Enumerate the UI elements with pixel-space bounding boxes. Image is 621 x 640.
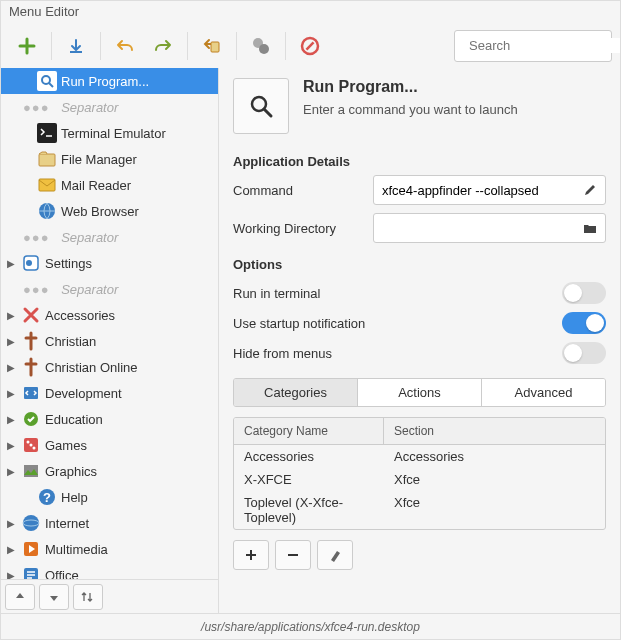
svg-point-16 (26, 260, 32, 266)
search-icon (37, 71, 57, 91)
table-row[interactable]: Toplevel (X-Xfce-Toplevel)Xfce (234, 491, 605, 529)
tree-item-label: Development (45, 386, 122, 401)
separator-label: Separator (61, 230, 118, 245)
th-section[interactable]: Section (384, 418, 444, 444)
category-add-button[interactable] (233, 540, 269, 570)
table-row[interactable]: AccessoriesAccessories (234, 445, 605, 468)
tree-item-label: Education (45, 412, 103, 427)
tree-category[interactable]: ▶Education (1, 406, 218, 432)
tree-category[interactable]: ▶Internet (1, 510, 218, 536)
details-tabs: Categories Actions Advanced (233, 378, 606, 407)
command-input[interactable] (382, 183, 583, 198)
search-input[interactable] (469, 38, 621, 53)
svg-rect-28 (24, 542, 38, 556)
tree-category[interactable]: ▶Christian (1, 328, 218, 354)
expand-icon: ▶ (7, 518, 17, 529)
cell-section: Accessories (394, 449, 464, 464)
cell-category-name: X-XFCE (244, 472, 394, 487)
tree-category[interactable]: ▶Development (1, 380, 218, 406)
tab-advanced[interactable]: Advanced (482, 379, 605, 406)
svg-point-9 (42, 76, 50, 84)
svg-point-2 (253, 38, 263, 48)
tree-item-label: Mail Reader (61, 178, 131, 193)
redo-button[interactable] (145, 28, 181, 64)
tree-item[interactable]: ?Help (1, 484, 218, 510)
revert-button[interactable] (194, 28, 230, 64)
tree-category[interactable]: ▶Games (1, 432, 218, 458)
category-clear-button[interactable] (317, 540, 353, 570)
tree-item-label: Office (45, 568, 79, 580)
tree-item-label: Web Browser (61, 204, 139, 219)
move-up-button[interactable] (5, 584, 35, 610)
cell-category-name: Accessories (244, 449, 394, 464)
execute-button[interactable] (243, 28, 279, 64)
category-remove-button[interactable] (275, 540, 311, 570)
tree-separator[interactable]: ●●● Separator (1, 224, 218, 250)
expand-icon: ▶ (7, 414, 17, 425)
sort-button[interactable] (73, 584, 103, 610)
folder-icon (583, 221, 597, 235)
tree-item-label: Christian Online (45, 360, 138, 375)
delete-button[interactable] (292, 28, 328, 64)
tree-category[interactable]: ▶Settings (1, 250, 218, 276)
tree-item[interactable]: Run Program... (1, 68, 218, 94)
launcher-icon-button[interactable] (233, 78, 289, 134)
add-button[interactable] (9, 28, 45, 64)
svg-rect-23 (24, 465, 38, 477)
tree-item[interactable]: Terminal Emulator (1, 120, 218, 146)
expand-icon: ▶ (7, 336, 17, 347)
options-heading: Options (233, 257, 606, 272)
tree-item[interactable]: File Manager (1, 146, 218, 172)
tree-category[interactable]: ▶Graphics (1, 458, 218, 484)
tree-item-label: Run Program... (61, 74, 149, 89)
svg-rect-19 (24, 438, 38, 452)
svg-rect-13 (39, 179, 55, 191)
move-down-button[interactable] (39, 584, 69, 610)
globe-icon (37, 201, 57, 221)
tree-category[interactable]: ▶Christian Online (1, 354, 218, 380)
svg-rect-15 (24, 256, 38, 270)
filemgr-icon (37, 149, 57, 169)
working-directory-field[interactable] (373, 213, 606, 243)
graphics-icon (21, 461, 41, 481)
office-icon (21, 565, 41, 579)
tree-item-label: File Manager (61, 152, 137, 167)
settings-icon (21, 253, 41, 273)
table-row[interactable]: X-XFCEXfce (234, 468, 605, 491)
tree-separator[interactable]: ●●● Separator (1, 276, 218, 302)
run-in-terminal-switch[interactable] (562, 282, 606, 304)
command-field[interactable] (373, 175, 606, 205)
svg-point-24 (39, 489, 55, 505)
hide-from-menus-switch[interactable] (562, 342, 606, 364)
run-in-terminal-label: Run in terminal (233, 286, 320, 301)
tree-item-label: Accessories (45, 308, 115, 323)
tree-item-label: Graphics (45, 464, 97, 479)
svg-point-18 (24, 412, 38, 426)
separator-label: Separator (61, 100, 118, 115)
tree-item[interactable]: Web Browser (1, 198, 218, 224)
undo-button[interactable] (107, 28, 143, 64)
save-button[interactable] (58, 28, 94, 64)
startup-notification-switch[interactable] (562, 312, 606, 334)
working-directory-input[interactable] (382, 221, 583, 236)
launcher-subtitle: Enter a command you want to launch (303, 102, 518, 117)
svg-point-31 (252, 97, 266, 111)
expand-icon: ▶ (7, 310, 17, 321)
terminal-icon (37, 123, 57, 143)
tab-actions[interactable]: Actions (358, 379, 482, 406)
th-category-name[interactable]: Category Name (234, 418, 384, 444)
menu-tree[interactable]: Run Program...●●● SeparatorTerminal Emul… (1, 68, 218, 579)
categories-table: Category Name Section AccessoriesAccesso… (233, 417, 606, 530)
svg-point-27 (23, 520, 39, 526)
search-box[interactable] (454, 30, 612, 62)
svg-point-22 (30, 444, 33, 447)
tree-category[interactable]: ▶Office (1, 562, 218, 579)
tab-categories[interactable]: Categories (234, 379, 358, 406)
tree-category[interactable]: ▶Accessories (1, 302, 218, 328)
expand-icon: ▶ (7, 258, 17, 269)
tree-separator[interactable]: ●●● Separator (1, 94, 218, 120)
svg-rect-1 (211, 42, 219, 52)
tree-item-label: Games (45, 438, 87, 453)
tree-category[interactable]: ▶Multimedia (1, 536, 218, 562)
tree-item[interactable]: Mail Reader (1, 172, 218, 198)
